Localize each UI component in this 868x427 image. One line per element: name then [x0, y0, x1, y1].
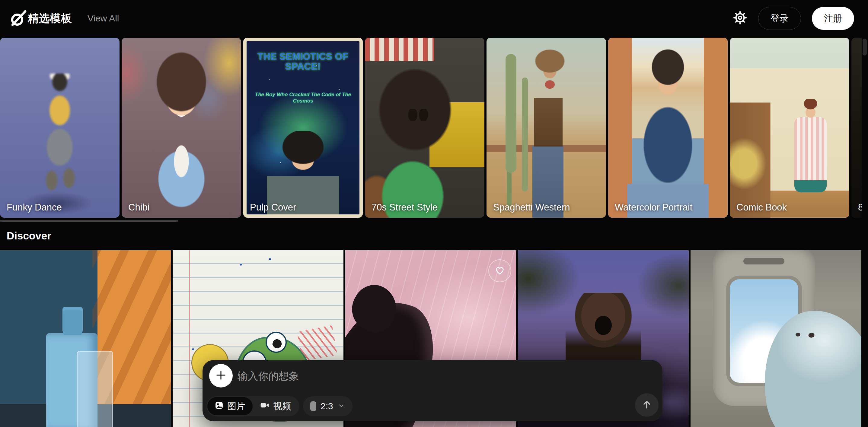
view-all-link[interactable]: View All	[88, 13, 119, 24]
template-card-label: Funky Dance	[7, 202, 62, 213]
submit-button[interactable]	[635, 393, 658, 417]
chevron-down-icon	[337, 402, 345, 411]
template-card-pulp-cover[interactable]: THE SEMIOTICS OF SPACE! The Boy Who Crac…	[243, 38, 363, 218]
portrait-rectangle-icon	[310, 401, 316, 411]
login-button[interactable]: 登录	[758, 7, 801, 30]
template-card-label: Comic Book	[736, 202, 787, 213]
card-artwork-detail	[297, 325, 337, 361]
video-icon	[260, 400, 270, 412]
card-artwork	[365, 38, 485, 218]
mode-video-label: 视频	[273, 400, 291, 413]
card-artwork	[690, 250, 861, 427]
card-artwork	[608, 38, 728, 218]
discover-heading: Discover	[7, 230, 51, 242]
page-scrollbar[interactable]	[863, 39, 867, 56]
mode-image-button[interactable]: 图片	[207, 397, 253, 415]
prompt-bar: 图片 视频 2:3	[203, 360, 662, 421]
brand-logo[interactable]	[8, 8, 28, 28]
poster-subtitle: The Boy Who Cracked The Code of The Cosm…	[247, 91, 360, 104]
template-card-spaghetti-western[interactable]: Spaghetti Western	[487, 38, 606, 218]
like-button[interactable]	[488, 259, 511, 282]
template-card-chibi[interactable]: Chibi	[122, 38, 241, 218]
card-artwork	[730, 38, 849, 218]
grok-logo-icon	[8, 8, 28, 28]
heart-icon	[494, 264, 505, 277]
template-card-partial[interactable]: 8	[851, 38, 862, 218]
pulp-poster: THE SEMIOTICS OF SPACE! The Boy Who Crac…	[247, 41, 360, 215]
mode-toggle-group: 图片 视频	[207, 396, 300, 416]
mode-image-label: 图片	[227, 400, 245, 413]
discover-card-airplane-window[interactable]	[690, 250, 861, 427]
card-artwork	[0, 250, 171, 427]
settings-button[interactable]	[733, 11, 747, 26]
add-attachment-button[interactable]	[209, 364, 233, 388]
plus-icon	[215, 369, 227, 383]
template-card-comic-book[interactable]: Comic Book	[730, 38, 849, 218]
discover-card-perfume[interactable]	[0, 250, 171, 427]
mode-video-button[interactable]: 视频	[253, 397, 299, 415]
featured-templates-row: Funky Dance Chibi THE SEMIOTICS OF SPACE…	[0, 38, 862, 218]
card-artwork-detail	[77, 351, 113, 427]
template-card-label: Watercolor Portrait	[615, 202, 692, 213]
header-actions: 登录 注册	[733, 7, 854, 30]
gear-icon	[733, 11, 747, 26]
template-card-label: Spaghetti Western	[493, 202, 570, 213]
image-icon	[215, 401, 224, 412]
top-bar: 精选模板 View All 登录 注册	[0, 0, 868, 37]
card-artwork	[851, 38, 862, 218]
aspect-ratio-value: 2:3	[320, 401, 333, 411]
template-card-watercolor-portrait[interactable]: Watercolor Portrait	[608, 38, 728, 218]
card-artwork: THE SEMIOTICS OF SPACE! The Boy Who Crac…	[243, 38, 363, 218]
template-card-label: Pulp Cover	[250, 202, 296, 213]
app-page: 精选模板 View All 登录 注册	[0, 0, 868, 427]
card-artwork	[0, 38, 120, 218]
poster-title: THE SEMIOTICS OF SPACE!	[247, 52, 360, 72]
arrow-up-icon	[641, 398, 653, 412]
template-card-label: 8	[858, 202, 862, 213]
aspect-ratio-selector[interactable]: 2:3	[303, 396, 352, 416]
card-artwork	[487, 38, 606, 218]
prompt-input[interactable]	[238, 367, 624, 385]
prompt-bar-controls: 图片 视频 2:3	[207, 396, 352, 416]
templates-row-scrollbar[interactable]	[0, 220, 178, 222]
page-title: 精选模板	[28, 11, 72, 26]
template-card-70s-street-style[interactable]: 70s Street Style	[365, 38, 485, 218]
template-card-label: 70s Street Style	[372, 202, 438, 213]
card-artwork	[122, 38, 241, 218]
template-card-label: Chibi	[128, 202, 150, 213]
signup-button[interactable]: 注册	[812, 7, 854, 30]
template-card-funky-dance[interactable]: Funky Dance	[0, 38, 120, 218]
